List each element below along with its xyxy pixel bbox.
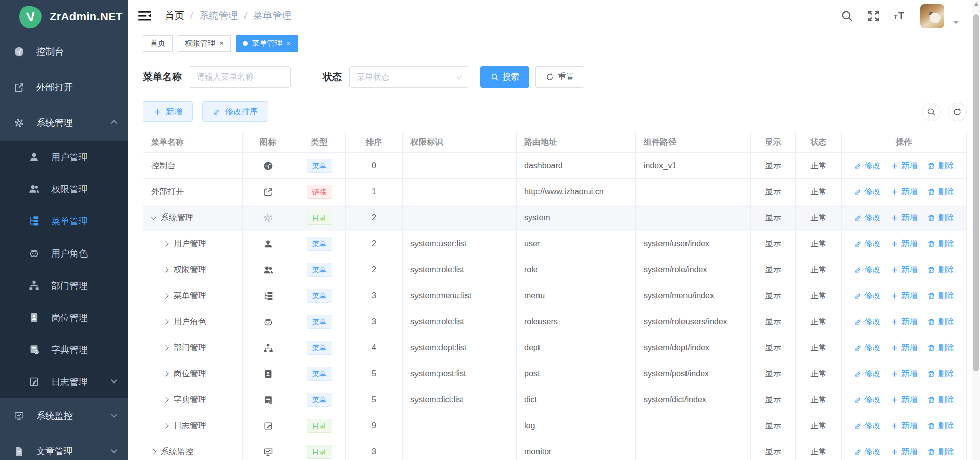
row-add-button[interactable]: 新增 [891, 213, 918, 223]
row-add-button[interactable]: 新增 [891, 265, 918, 275]
row-edit-button[interactable]: 修改 [854, 395, 881, 405]
tree-expander-right-icon[interactable] [163, 241, 168, 246]
row-add-button[interactable]: 新增 [891, 161, 918, 171]
sidebar-item-console[interactable]: 控制台 [0, 34, 128, 69]
row-add-button[interactable]: 新增 [891, 369, 918, 379]
scrollbar-up-arrow-icon[interactable] [974, 2, 978, 6]
status-value: 正常 [796, 257, 842, 283]
path-value: dict [517, 387, 636, 413]
close-icon[interactable]: × [219, 40, 224, 47]
tree-expander-right-icon[interactable] [163, 293, 168, 298]
row-delete-button[interactable]: 删除 [927, 369, 954, 379]
type-tag: 目录 [307, 445, 332, 459]
show-search-button[interactable] [922, 103, 941, 121]
sidebar-item-article[interactable]: 文章管理 [0, 433, 128, 460]
row-edit-button[interactable]: 修改 [854, 369, 881, 379]
row-add-button[interactable]: 新增 [891, 239, 918, 249]
tab-菜单管理[interactable]: 菜单管理× [236, 35, 298, 52]
row-add-button[interactable]: 新增 [891, 343, 918, 353]
status-value: 正常 [796, 335, 842, 361]
sidebar-item-external[interactable]: 外部打开 [0, 69, 128, 105]
chevron-down-icon[interactable] [952, 18, 960, 27]
sidebar-item-post[interactable]: 岗位管理 [0, 301, 128, 334]
tree-expander-right-icon[interactable] [163, 345, 168, 350]
refresh-table-button[interactable] [948, 103, 967, 121]
breadcrumb-home[interactable]: 首页 [165, 9, 184, 22]
row-delete-button[interactable]: 删除 [927, 239, 954, 249]
page-scrollbar[interactable] [972, 0, 980, 460]
row-edit-button[interactable]: 修改 [854, 317, 881, 327]
tree-expander-right-icon[interactable] [163, 267, 168, 272]
tree-expander-right-icon[interactable] [163, 319, 168, 324]
tab-权限管理[interactable]: 权限管理× [178, 35, 231, 52]
edit-icon [854, 396, 862, 404]
row-delete-button[interactable]: 删除 [927, 187, 954, 197]
add-button[interactable]: 新增 [143, 101, 193, 122]
sidebar-item-monitor[interactable]: 系统监控 [0, 398, 128, 433]
fullscreen-icon[interactable] [867, 10, 880, 22]
font-size-icon[interactable]: T T [894, 10, 906, 22]
row-delete-button[interactable]: 删除 [927, 213, 954, 223]
row-edit-button[interactable]: 修改 [854, 343, 881, 353]
status-value: 正常 [796, 231, 842, 257]
row-edit-button[interactable]: 修改 [854, 447, 881, 457]
row-delete-button[interactable]: 删除 [927, 395, 954, 405]
reset-button[interactable]: 重置 [535, 66, 584, 88]
edit-icon [854, 188, 862, 196]
row-delete-button[interactable]: 删除 [927, 343, 954, 353]
row-delete-button[interactable]: 删除 [927, 291, 954, 301]
sidebar-item-role[interactable]: 权限管理 [0, 173, 128, 205]
status-value: 正常 [796, 283, 842, 309]
menu-name-input[interactable] [189, 66, 291, 88]
tree-expander-right-icon[interactable] [150, 449, 156, 454]
row-edit-button[interactable]: 修改 [854, 187, 881, 197]
sidebar-item-roleusers[interactable]: 用户角色 [0, 237, 128, 269]
row-add-button[interactable]: 新增 [891, 395, 918, 405]
row-delete-button[interactable]: 删除 [927, 265, 954, 275]
sidebar-item-dept[interactable]: 部门管理 [0, 269, 128, 301]
plus-icon [891, 396, 898, 404]
row-delete-button[interactable]: 删除 [927, 161, 954, 171]
tree-expander-right-icon[interactable] [163, 371, 168, 376]
edit-sort-button[interactable]: 修改排序 [202, 101, 268, 122]
row-edit-button[interactable]: 修改 [854, 213, 881, 223]
sidebar-collapse-icon[interactable] [138, 10, 152, 22]
row-edit-button[interactable]: 修改 [854, 239, 881, 249]
search-icon[interactable] [841, 10, 853, 22]
row-add-button[interactable]: 新增 [891, 317, 918, 327]
row-add-button[interactable]: 新增 [891, 421, 918, 431]
row-delete-button[interactable]: 删除 [927, 447, 954, 457]
row-delete-button[interactable]: 删除 [927, 421, 954, 431]
row-edit-button[interactable]: 修改 [854, 421, 881, 431]
row-add-button[interactable]: 新增 [891, 291, 918, 301]
perms-value [403, 205, 517, 231]
sidebar-item-system[interactable]: 系统管理 [0, 105, 128, 141]
log-edit-icon [29, 376, 39, 387]
row-edit-button[interactable]: 修改 [854, 291, 881, 301]
plus-icon [891, 188, 898, 196]
tree-expander-down-icon[interactable] [150, 214, 156, 220]
tree-expander-right-icon[interactable] [163, 397, 168, 402]
type-tag: 菜单 [307, 237, 332, 251]
tree-expander-right-icon[interactable] [163, 423, 168, 428]
row-delete-button[interactable]: 删除 [927, 317, 954, 327]
sidebar-item-dict[interactable]: 字典管理 [0, 334, 128, 366]
scrollbar-thumb[interactable] [973, 14, 979, 371]
avatar[interactable] [920, 4, 944, 28]
column-header: 操作 [842, 132, 967, 153]
status-value: 正常 [796, 205, 842, 231]
sidebar-item-menu[interactable]: 菜单管理 [0, 205, 128, 237]
close-icon[interactable]: × [286, 40, 290, 47]
row-edit-button[interactable]: 修改 [854, 265, 881, 275]
row-add-button[interactable]: 新增 [891, 187, 918, 197]
table-row: 用户管理菜单2system:user:listusersystem/user/i… [143, 231, 967, 257]
sidebar-item-user[interactable]: 用户管理 [0, 141, 128, 173]
row-edit-button[interactable]: 修改 [854, 161, 881, 171]
tab-首页[interactable]: 首页 [143, 35, 173, 52]
menu-name: 岗位管理 [174, 369, 206, 379]
delete-icon [927, 396, 935, 404]
status-select[interactable]: 菜单状态 [349, 66, 468, 88]
row-add-button[interactable]: 新增 [891, 447, 918, 457]
sidebar-item-log[interactable]: 日志管理 [0, 366, 128, 398]
search-button[interactable]: 搜索 [480, 66, 529, 88]
